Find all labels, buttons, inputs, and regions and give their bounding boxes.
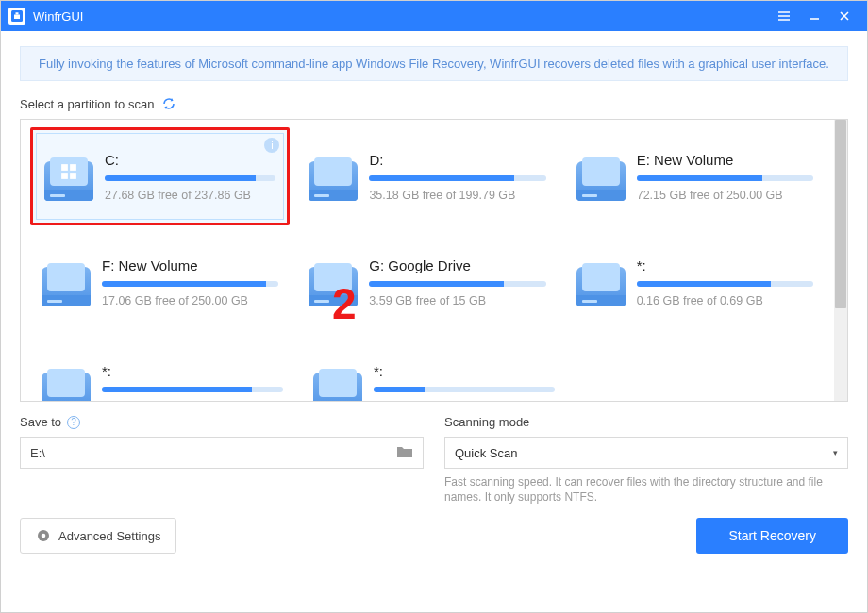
save-to-input[interactable] [30, 446, 396, 460]
partition-free-text: 17.06 GB free of 250.00 GB [102, 294, 278, 307]
partition-free-text: 35.18 GB free of 199.79 GB [369, 189, 545, 202]
partition-label: E: New Volume [637, 152, 813, 168]
footer: Advanced Settings Start Recovery [20, 518, 848, 554]
svg-rect-1 [61, 164, 68, 171]
info-banner: Fully invoking the features of Microsoft… [20, 46, 848, 81]
partition-label: F: New Volume [102, 257, 278, 273]
drive-icon [576, 152, 626, 201]
section-label: Select a partition to scan [20, 96, 848, 111]
drive-icon [309, 257, 358, 306]
drive-icon [44, 152, 93, 201]
app-icon [8, 8, 25, 25]
partition-list-container: iC:27.68 GB free of 237.86 GBD:35.18 GB … [20, 119, 848, 402]
partition-free-text: 0.16 GB free of 0.69 GB [637, 294, 813, 307]
partition-free-text: 27.68 GB free of 237.86 GB [105, 189, 275, 202]
drive-icon [309, 152, 358, 201]
svg-rect-3 [61, 173, 68, 179]
partition-label: C: [105, 152, 275, 168]
gear-icon [36, 528, 51, 543]
start-recovery-label: Start Recovery [728, 528, 816, 543]
partition-list: iC:27.68 GB free of 237.86 GBD:35.18 GB … [21, 120, 834, 401]
drive-icon [576, 257, 626, 306]
folder-icon[interactable] [396, 444, 413, 462]
partition-card[interactable]: *:84.20 MB free of 0.50 GB [30, 339, 294, 402]
partition-label: *: [637, 257, 813, 273]
titlebar: WinfrGUI [1, 1, 867, 31]
info-icon[interactable]: i [264, 138, 279, 153]
partition-card[interactable]: *:0.16 GB free of 0.69 GB [565, 233, 825, 331]
section-label-text: Select a partition to scan [20, 97, 154, 111]
scan-mode-select[interactable]: Quick Scan ▾ [444, 437, 848, 469]
partition-label: *: [374, 363, 555, 379]
refresh-icon[interactable] [161, 96, 176, 111]
partition-card[interactable]: iC:27.68 GB free of 237.86 GB [30, 127, 290, 225]
minimize-button[interactable] [799, 1, 829, 31]
partition-card[interactable]: D:35.18 GB free of 199.79 GB [297, 127, 557, 225]
advanced-settings-label: Advanced Settings [58, 529, 160, 543]
drive-icon [42, 363, 91, 402]
partition-label: G: Google Drive [369, 257, 545, 273]
menu-button[interactable] [769, 1, 799, 31]
help-icon[interactable]: ? [67, 416, 80, 429]
app-window: WinfrGUI Fully invoking the features of … [0, 0, 868, 613]
save-to-input-wrap[interactable] [20, 437, 424, 469]
partition-label: D: [369, 152, 545, 168]
svg-rect-4 [70, 173, 76, 179]
bottom-row: Save to ? Scanning mode Quick Scan ▾ Fas… [20, 415, 848, 505]
partition-free-text: 3.59 GB free of 15 GB [369, 294, 545, 307]
svg-rect-2 [70, 164, 76, 171]
partition-card[interactable]: F: New Volume17.06 GB free of 250.00 GB [30, 233, 290, 331]
scan-mode-hint: Fast scanning speed. It can recover file… [444, 474, 848, 505]
partition-card[interactable]: E: New Volume72.15 GB free of 250.00 GB [565, 127, 825, 225]
partition-label: *: [102, 363, 283, 379]
scan-mode-label: Scanning mode [444, 415, 529, 429]
save-to-section: Save to ? [20, 415, 424, 505]
partition-free-text: 84.20 MB free of 0.50 GB [102, 400, 283, 403]
close-button[interactable] [829, 1, 860, 31]
scan-mode-section: Scanning mode Quick Scan ▾ Fast scanning… [444, 415, 848, 505]
scan-mode-value: Quick Scan [455, 446, 517, 460]
drive-icon [313, 363, 362, 402]
scrollbar[interactable] [834, 120, 847, 401]
drive-icon [42, 257, 91, 306]
partition-card[interactable]: G: Google Drive3.59 GB free of 15 GB [297, 233, 557, 331]
partition-free-text: 69.43 MB free of 96 MB [374, 400, 555, 403]
partition-card[interactable]: *:69.43 MB free of 96 MB [302, 339, 566, 402]
advanced-settings-button[interactable]: Advanced Settings [20, 518, 176, 554]
partition-free-text: 72.15 GB free of 250.00 GB [637, 189, 813, 202]
chevron-down-icon: ▾ [833, 448, 838, 457]
start-recovery-button[interactable]: Start Recovery [696, 518, 848, 554]
save-to-label: Save to [20, 415, 61, 429]
app-title: WinfrGUI [33, 9, 769, 24]
scrollbar-thumb[interactable] [835, 120, 846, 308]
